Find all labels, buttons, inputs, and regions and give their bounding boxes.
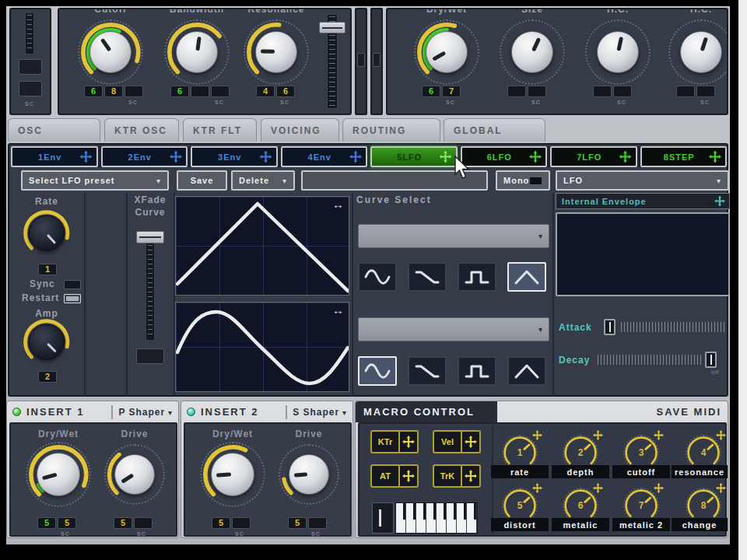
move-icon[interactable] <box>465 470 477 482</box>
wave-sine-button-2-selected[interactable] <box>358 356 397 386</box>
tab-3env[interactable]: 3Env <box>191 146 278 167</box>
value-box[interactable] <box>696 86 715 97</box>
value-box[interactable] <box>507 86 526 97</box>
value-box[interactable]: 6 <box>84 86 103 97</box>
value-box[interactable] <box>124 86 143 97</box>
tab-osc[interactable]: OSC <box>8 118 100 142</box>
lfo-type-dropdown[interactable]: LFO <box>556 170 729 191</box>
tab-7lfo[interactable]: 7LFO <box>550 146 637 167</box>
tab-ktr-osc[interactable]: KTR OSC <box>104 118 179 142</box>
wave-saw-button-2[interactable] <box>408 356 447 386</box>
at-source-button[interactable]: AT <box>370 464 419 488</box>
lfo-waveform-display-2[interactable]: ↔ <box>175 302 349 392</box>
move-icon[interactable] <box>465 436 477 448</box>
assign-area[interactable] <box>461 466 479 486</box>
value-box[interactable]: 5 <box>58 517 76 529</box>
wave-square-button-2[interactable] <box>458 356 496 386</box>
xfade-slider-track[interactable] <box>146 233 155 341</box>
move-icon[interactable] <box>170 151 182 163</box>
value-box[interactable]: 5 <box>114 517 132 529</box>
move-icon[interactable] <box>402 470 415 482</box>
decay-slider-track[interactable] <box>598 355 702 365</box>
curve-dropdown-2[interactable] <box>358 317 549 341</box>
tab-ktr-flt[interactable]: KTR FLT <box>183 118 257 142</box>
tab-routing[interactable]: ROUTING <box>342 118 440 142</box>
value-box[interactable] <box>191 86 209 97</box>
restart-toggle[interactable] <box>64 294 81 303</box>
value-box[interactable]: 5 <box>37 517 56 529</box>
assign-area[interactable] <box>461 432 479 452</box>
tab-5lfo-selected[interactable]: 5LFO <box>370 146 458 167</box>
wave-sine-button-1[interactable] <box>358 262 397 292</box>
value-box[interactable] <box>528 86 546 97</box>
trk-source-button[interactable]: TrK <box>433 464 481 488</box>
value-box[interactable]: 5 <box>212 517 230 529</box>
mini-slider[interactable] <box>25 12 34 54</box>
cutoff-knob[interactable] <box>78 19 143 85</box>
value-box[interactable] <box>211 86 230 97</box>
assign-area[interactable] <box>398 466 417 486</box>
insert2-drywet-knob[interactable] <box>200 442 265 507</box>
value-box[interactable]: 6 <box>276 86 295 97</box>
save-midi-button[interactable]: SAVE MIDI <box>657 401 722 422</box>
h-scroll-arrow-icon[interactable]: ↔ <box>332 198 344 211</box>
value-box[interactable]: 6 <box>422 86 440 97</box>
power-led[interactable] <box>187 408 195 416</box>
insert1-shaper-dropdown[interactable]: P Shaper <box>118 407 173 418</box>
keyboard-range-box[interactable] <box>372 502 394 534</box>
insert2-drive-knob[interactable] <box>279 444 339 505</box>
tab-6lfo[interactable]: 6LFO <box>461 146 548 167</box>
attack-slider-track[interactable] <box>621 322 727 332</box>
amp-knob[interactable] <box>22 317 72 367</box>
move-icon[interactable] <box>440 151 452 163</box>
move-icon[interactable] <box>709 151 721 163</box>
keyboard-widget[interactable] <box>395 502 478 534</box>
tab-voicing[interactable]: VOICING <box>261 118 339 142</box>
vel-source-button[interactable]: Vel <box>433 430 481 453</box>
xfade-box[interactable] <box>136 348 164 364</box>
lfo-waveform-display-1[interactable]: ↔ <box>175 196 349 296</box>
decay-slider-handle[interactable] <box>705 352 717 368</box>
move-icon[interactable] <box>80 151 93 163</box>
fx-size-knob[interactable] <box>500 19 565 85</box>
ktr-source-button[interactable]: KTr <box>370 430 419 453</box>
mono-checkbox[interactable] <box>529 177 542 185</box>
insert1-drywet-knob[interactable] <box>26 442 91 507</box>
wave-triangle-button-1-selected[interactable] <box>507 262 546 292</box>
bandwidth-knob[interactable] <box>164 19 230 85</box>
h-scroll-arrow-icon[interactable]: ↔ <box>332 303 344 317</box>
fx-drywet-knob[interactable] <box>414 19 479 85</box>
value-box[interactable] <box>593 86 612 97</box>
tab-2env[interactable]: 2Env <box>101 146 188 167</box>
fx-hc2-knob[interactable] <box>668 19 728 85</box>
move-icon[interactable] <box>260 151 272 163</box>
filter-slider-handle[interactable] <box>319 22 345 33</box>
move-icon[interactable] <box>402 436 415 448</box>
wave-square-button-1[interactable] <box>458 262 496 292</box>
move-icon[interactable] <box>619 151 632 163</box>
fx-hc1-knob[interactable] <box>585 19 651 85</box>
rate-knob[interactable] <box>22 208 72 258</box>
mini-box-2[interactable] <box>19 81 42 96</box>
insert1-drive-knob[interactable] <box>104 444 165 505</box>
move-icon[interactable] <box>714 196 725 207</box>
wave-triangle-button-2[interactable] <box>507 356 546 386</box>
internal-envelope-dropdown[interactable]: Internal Envelope <box>556 193 730 209</box>
save-button[interactable]: Save <box>177 170 227 191</box>
rate-value[interactable]: 1 <box>38 264 57 275</box>
wave-saw-button-1[interactable] <box>408 262 447 292</box>
attack-slider-handle[interactable] <box>604 319 615 335</box>
value-box[interactable]: 7 <box>442 86 461 97</box>
value-box[interactable]: 5 <box>288 517 307 529</box>
tab-global[interactable]: GLOBAL <box>444 118 545 142</box>
tab-1env[interactable]: 1Env <box>11 146 98 167</box>
delete-button[interactable]: Delete <box>231 170 295 191</box>
lfo-preset-dropdown[interactable]: Select LFO preset <box>21 170 169 191</box>
move-icon[interactable] <box>349 151 362 163</box>
tab-8step[interactable]: 8STEP <box>640 146 728 167</box>
insert2-shaper-dropdown[interactable]: S Shaper <box>293 407 347 418</box>
xfade-slider-handle[interactable] <box>136 231 164 243</box>
amp-value[interactable]: 2 <box>38 371 57 383</box>
mono-toggle[interactable]: Mono <box>496 170 550 191</box>
tab-4env[interactable]: 4Env <box>281 146 368 167</box>
